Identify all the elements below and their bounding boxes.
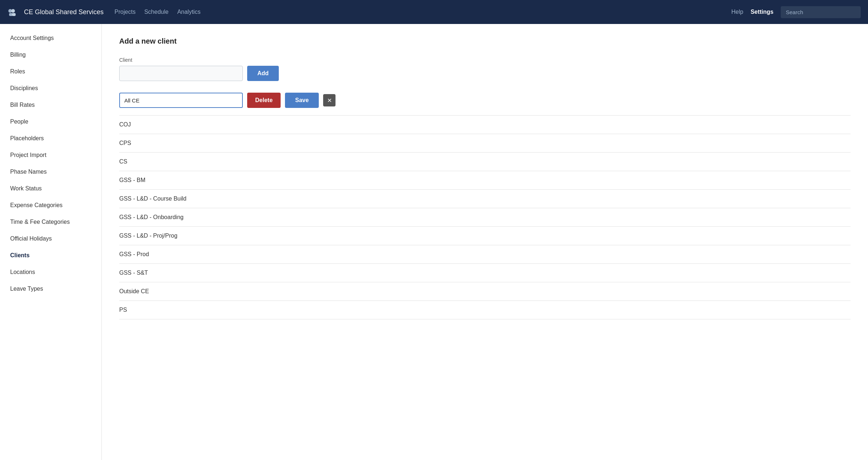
sidebar-item-project-import[interactable]: Project Import — [0, 147, 101, 164]
navbar-right: Help Settings — [731, 6, 861, 18]
main-content: Add a new client Client Add Delete Save … — [102, 24, 868, 460]
sidebar: Account Settings Billing Roles Disciplin… — [0, 24, 102, 460]
list-item[interactable]: COJ — [119, 116, 851, 134]
list-item[interactable]: PS — [119, 301, 851, 319]
list-item[interactable]: CPS — [119, 134, 851, 153]
search-input[interactable] — [781, 6, 861, 18]
client-label: Client — [119, 57, 851, 63]
svg-rect-1 — [11, 9, 15, 13]
sidebar-item-official-holidays[interactable]: Official Holidays — [0, 230, 101, 247]
navbar: CE Global Shared Services Projects Sched… — [0, 0, 868, 24]
add-client-row: Add — [119, 66, 851, 81]
sidebar-item-bill-rates[interactable]: Bill Rates — [0, 97, 101, 113]
settings-link[interactable]: Settings — [751, 9, 773, 15]
brand-name: CE Global Shared Services — [24, 8, 104, 16]
save-button[interactable]: Save — [285, 93, 319, 108]
sidebar-item-expense-categories[interactable]: Expense Categories — [0, 197, 101, 214]
sidebar-item-locations[interactable]: Locations — [0, 264, 101, 281]
list-item[interactable]: CS — [119, 153, 851, 171]
list-item[interactable]: GSS - L&D - Onboarding — [119, 208, 851, 227]
sidebar-item-leave-types[interactable]: Leave Types — [0, 281, 101, 297]
list-item[interactable]: GSS - L&D - Course Build — [119, 190, 851, 208]
add-button[interactable]: Add — [247, 66, 279, 81]
sidebar-item-phase-names[interactable]: Phase Names — [0, 164, 101, 180]
help-link[interactable]: Help — [731, 9, 743, 15]
nav-schedule[interactable]: Schedule — [144, 7, 169, 17]
nav-links: Projects Schedule Analytics — [114, 7, 720, 17]
nav-projects[interactable]: Projects — [114, 7, 136, 17]
new-client-input[interactable] — [119, 66, 243, 81]
sidebar-item-people[interactable]: People — [0, 113, 101, 130]
sidebar-item-roles[interactable]: Roles — [0, 63, 101, 80]
edit-row: Delete Save ✕ — [119, 93, 851, 108]
list-item[interactable]: GSS - S&T — [119, 264, 851, 282]
list-item[interactable]: GSS - L&D - Proj/Prog — [119, 227, 851, 245]
sidebar-item-work-status[interactable]: Work Status — [0, 180, 101, 197]
client-list: COJ CPS CS GSS - BM GSS - L&D - Course B… — [119, 115, 851, 319]
list-item[interactable]: GSS - BM — [119, 171, 851, 190]
sidebar-item-billing[interactable]: Billing — [0, 47, 101, 63]
edit-client-input[interactable] — [119, 93, 243, 108]
page-title: Add a new client — [119, 37, 851, 45]
nav-analytics[interactable]: Analytics — [177, 7, 201, 17]
sidebar-item-clients[interactable]: Clients — [0, 247, 101, 264]
svg-rect-3 — [12, 13, 16, 16]
list-item[interactable]: Outside CE — [119, 282, 851, 301]
sidebar-item-disciplines[interactable]: Disciplines — [0, 80, 101, 97]
close-button[interactable]: ✕ — [323, 94, 335, 106]
sidebar-item-placeholders[interactable]: Placeholders — [0, 130, 101, 147]
add-client-section: Client Add — [119, 57, 851, 81]
user-group-icon[interactable] — [7, 5, 20, 19]
brand-area: CE Global Shared Services — [7, 5, 104, 19]
delete-button[interactable]: Delete — [247, 93, 281, 108]
close-icon: ✕ — [327, 97, 332, 104]
list-item[interactable]: GSS - Prod — [119, 245, 851, 264]
sidebar-item-account-settings[interactable]: Account Settings — [0, 30, 101, 47]
sidebar-item-time-fee-categories[interactable]: Time & Fee Categories — [0, 214, 101, 230]
page-layout: Account Settings Billing Roles Disciplin… — [0, 24, 868, 460]
